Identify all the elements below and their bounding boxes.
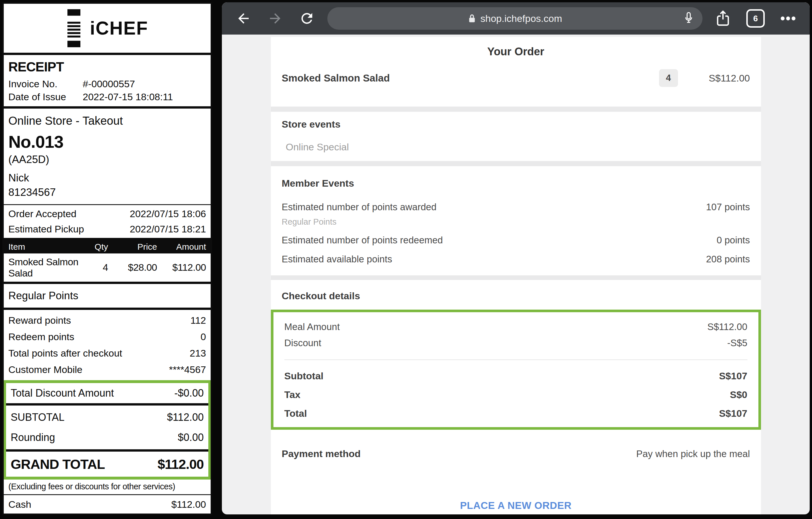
meal-amount-row: Meal Amount S$112.00 <box>273 322 758 332</box>
receipt-times-section: Order Accepted 2022/07/15 18:06 Estimate… <box>4 205 211 238</box>
receipt-divider <box>6 403 208 405</box>
item-name: Smoked Salmon Salad <box>8 256 79 279</box>
cash-value: $112.00 <box>171 499 206 510</box>
order-type: Online Store - Takeout <box>8 114 206 127</box>
section-separator <box>271 161 761 166</box>
menu-icon <box>780 14 796 23</box>
checkout-highlight-box: Meal Amount S$112.00 Discount -S$5 Subto… <box>271 310 761 430</box>
share-button[interactable] <box>715 10 731 27</box>
points-available-value: 208 points <box>706 254 750 265</box>
subtotal-value: S$107 <box>719 370 747 381</box>
discount-row: Discount -S$5 <box>273 338 758 348</box>
store-events-section: Store events Online Special <box>271 112 761 161</box>
payment-method-label: Payment method <box>282 448 361 459</box>
points-label: Reward points <box>8 315 71 326</box>
share-icon <box>715 10 731 27</box>
brand-name: iCHEF <box>90 18 148 39</box>
meal-amount-label: Meal Amount <box>284 322 340 332</box>
estimated-pickup-row: Estimated Pickup 2022/07/15 18:21 <box>4 221 211 237</box>
page-title: Your Order <box>271 45 761 58</box>
subtotal-label: SUBTOTAL <box>11 411 64 423</box>
points-value: 213 <box>190 348 206 359</box>
lock-icon <box>468 13 476 23</box>
rounding-row: Rounding $0.00 <box>6 427 208 448</box>
col-item: Item <box>8 242 79 252</box>
total-row: Total S$107 <box>273 408 758 419</box>
subtotal-label: Subtotal <box>284 370 324 381</box>
receipt-totals-highlight-box: Total Discount Amount -$0.00 SUBTOTAL $1… <box>3 380 211 480</box>
back-button[interactable] <box>235 10 252 27</box>
forward-button[interactable] <box>267 10 284 27</box>
subtotal-section: SUBTOTAL $112.00 Rounding $0.00 <box>6 405 208 449</box>
tax-label: Tax <box>284 389 300 400</box>
discount-row: Total Discount Amount -$0.00 <box>6 383 208 403</box>
receipt-logo: iCHEF <box>4 4 211 53</box>
order-number: No.013 <box>8 132 206 152</box>
store-event-value: Online Special <box>286 142 761 153</box>
date-label: Date of Issue <box>8 90 83 103</box>
customer-phone: 81234567 <box>8 186 206 201</box>
date-value: 2022-07-15 18:08:11 <box>83 90 173 103</box>
checkout-details-heading: Checkout details <box>282 290 750 302</box>
receipt-note: (Excluding fees or discounts for other s… <box>4 480 211 494</box>
points-awarded-label: Estimated number of points awarded <box>282 202 437 213</box>
forward-icon <box>267 11 283 26</box>
payment-method-row: Payment method Pay when pick up the meal <box>271 448 761 459</box>
col-amount: Amount <box>157 242 206 252</box>
receipt-order-section: Online Store - Takeout No.013 (AA25D) Ni… <box>4 109 211 204</box>
item-price: $28.00 <box>108 262 157 273</box>
points-row: Redeem points 0 <box>4 329 211 345</box>
receipt-divider <box>4 238 211 240</box>
total-label: Total <box>284 408 307 419</box>
order-item-name: Smoked Salmon Salad <box>282 72 659 84</box>
subtotal-row: Subtotal S$107 <box>273 370 758 381</box>
points-value: 0 <box>201 331 206 342</box>
discount-value: -S$5 <box>727 338 748 348</box>
grand-total-row: GRAND TOTAL $112.00 <box>6 452 208 477</box>
item-amount: $112.00 <box>157 262 206 273</box>
quantity-value: 4 <box>666 73 671 83</box>
url-text: shop.ichefpos.com <box>480 13 562 24</box>
invoice-value: #-00000557 <box>83 78 135 90</box>
item-qty: 4 <box>79 262 108 273</box>
points-value: 112 <box>191 315 206 326</box>
receipt-divider <box>4 308 211 310</box>
subtotal-row: SUBTOTAL $112.00 <box>6 407 208 427</box>
points-row: Reward points 112 <box>4 312 211 329</box>
tab-counter[interactable]: 6 <box>746 9 765 28</box>
receipt-panel: iCHEF RECEIPT Invoice No. #-00000557 Dat… <box>2 2 212 515</box>
place-new-order-button[interactable]: PLACE A NEW ORDER <box>271 500 761 511</box>
browser-toolbar: shop.ichefpos.com 6 <box>222 2 810 35</box>
your-order-section: Your Order Smoked Salmon Salad 4 S$112.0… <box>271 37 761 106</box>
total-value: S$107 <box>719 408 747 419</box>
checkout-details-section: Checkout details Meal Amount S$112.00 Di… <box>271 280 761 514</box>
section-separator <box>271 106 761 112</box>
items-table-header: Item Qty Price Amount <box>4 240 211 253</box>
paid-amount-row: Paid Amount $112.00 <box>4 512 211 515</box>
points-redeemed-label: Estimated number of points redeemed <box>282 235 443 246</box>
rounding-label: Rounding <box>11 431 55 444</box>
cash-label: Cash <box>8 499 31 510</box>
customer-name: Nick <box>8 172 206 184</box>
mic-button[interactable] <box>682 11 695 26</box>
table-row: Smoked Salmon Salad 4 $28.00 $112.00 <box>4 253 211 282</box>
order-accepted-label: Order Accepted <box>8 208 76 219</box>
points-row: Customer Mobile ****4567 <box>4 362 211 378</box>
member-events-heading: Member Events <box>282 178 750 189</box>
menu-button[interactable] <box>780 10 796 27</box>
url-bar[interactable]: shop.ichefpos.com <box>327 7 702 30</box>
estimated-pickup-label: Estimated Pickup <box>8 223 84 235</box>
browser-window: shop.ichefpos.com 6 <box>222 2 810 514</box>
invoice-label: Invoice No. <box>8 78 83 90</box>
discount-label: Discount <box>284 338 321 348</box>
reload-button[interactable] <box>298 10 315 27</box>
quantity-badge[interactable]: 4 <box>659 69 678 87</box>
page-content: Your Order Smoked Salmon Salad 4 S$112.0… <box>222 35 810 514</box>
points-section: Reward points 112 Redeem points 0 Total … <box>4 310 211 380</box>
points-label: Customer Mobile <box>8 364 82 375</box>
order-accepted-row: Order Accepted 2022/07/15 18:06 <box>4 206 211 221</box>
date-row: Date of Issue 2022-07-15 18:08:11 <box>8 90 206 103</box>
receipt-divider <box>6 449 208 452</box>
points-row: Total points after checkout 213 <box>4 345 211 362</box>
cash-section: Cash $112.00 Paid Amount $112.00 Change … <box>4 495 211 515</box>
